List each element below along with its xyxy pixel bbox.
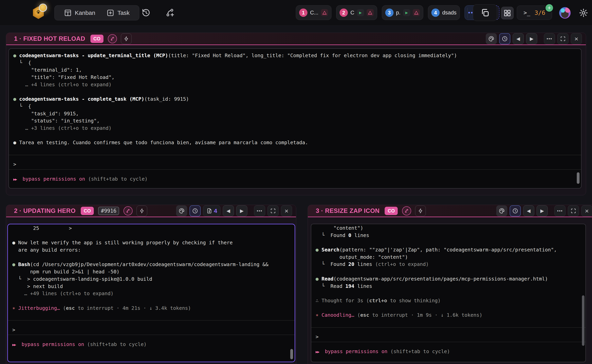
- terminal-line: 25 >: [12, 225, 290, 232]
- terminal-tab-2[interactable]: 2C▶: [336, 5, 377, 20]
- nav-forward-button[interactable]: ▶: [236, 205, 247, 216]
- quick-actions-button[interactable]: [137, 206, 147, 216]
- history-clock-button[interactable]: [499, 33, 510, 44]
- palette-icon: [499, 208, 505, 214]
- terminal-3-screen[interactable]: "content") └ Found 0 lines ● Search(patt…: [311, 224, 586, 362]
- quick-actions-button[interactable]: [415, 206, 426, 216]
- project-badge: CO: [91, 35, 104, 43]
- terminal-line: ● Now let me verify the app is still wor…: [12, 239, 290, 247]
- add-terminal-button[interactable]: +: [545, 3, 554, 13]
- terminal-tab-3[interactable]: 3p.▶: [382, 5, 423, 20]
- theme-palette-button[interactable]: [176, 205, 187, 216]
- new-branch-button[interactable]: [165, 7, 176, 18]
- terminal-line: … +4 lines (ctrl+o to expand): [13, 81, 577, 88]
- terminal-line: ● codeagentswarm-tasks - update_terminal…: [13, 52, 577, 59]
- terminal-tab-1[interactable]: 1C...: [296, 5, 332, 20]
- terminal-line: └ Found 20 lines (ctrl+o to expand): [316, 261, 581, 268]
- close-panel-button[interactable]: ×: [571, 33, 582, 44]
- branch-button[interactable]: [124, 206, 133, 215]
- nav-forward-button[interactable]: ▶: [526, 33, 537, 44]
- maximize-button[interactable]: [557, 33, 568, 44]
- tab-label: C...: [310, 10, 318, 16]
- scrollbar-thumb[interactable]: [577, 172, 579, 184]
- terminal-line: ▶▶ bypass permissions on (shift+tab to c…: [12, 341, 290, 348]
- terminal-line: > next build: [12, 283, 290, 290]
- terminal-line: [13, 88, 577, 96]
- terminal-line: ∗ Canoodling… (esc to interrupt · 1m 9s …: [316, 312, 581, 319]
- terminal-line: "terminal_id": 1,: [13, 66, 577, 74]
- terminal-line: output_mode: "content"): [316, 254, 581, 261]
- task-button[interactable]: Task: [102, 7, 134, 19]
- ellipsis-icon: •••: [546, 37, 552, 41]
- more-options-button[interactable]: •••: [554, 205, 566, 216]
- terminal-separator: [316, 326, 581, 333]
- close-panel-button[interactable]: ×: [581, 205, 592, 216]
- panel1-title: 1 · FIXED HOT RELOAD: [14, 35, 85, 42]
- terminal-separator: [12, 333, 290, 341]
- git-branch-icon: [126, 208, 130, 213]
- project-badge: CO: [81, 207, 94, 215]
- terminal-tab-4[interactable]: 4dsads: [428, 5, 460, 20]
- terminal-line: └ > codeagentswarm-landing-spike@1.0.0 b…: [12, 276, 290, 283]
- settings-button[interactable]: [578, 7, 589, 18]
- theme-palette-button[interactable]: [496, 205, 507, 216]
- more-options-button[interactable]: •••: [254, 205, 265, 216]
- close-panel-button[interactable]: ×: [281, 205, 292, 216]
- panel2-header: 2 · UPDATING HERO CO #9916 4 ◀ ▶ ••• ×: [6, 205, 296, 217]
- terminal-line: are any build errors:: [12, 247, 290, 254]
- tab-running-play-icon: ▶: [403, 9, 410, 16]
- history-button[interactable]: [141, 7, 152, 18]
- terminal-separator: [13, 168, 577, 176]
- back-icon: ◀: [516, 36, 520, 41]
- ellipsis-icon: •••: [257, 209, 262, 213]
- panel3-header: 3 · RESIZE ZAP ICON CO ◀ ▶ ••• ×: [308, 205, 592, 217]
- terminal-line: >: [13, 161, 577, 168]
- terminal-line: ● Search(pattern: ""zap"|'zap'|Zap", pat…: [316, 246, 581, 254]
- history-clock-button[interactable]: [189, 205, 201, 216]
- nav-forward-button[interactable]: ▶: [537, 205, 548, 216]
- tab-label: C: [351, 10, 354, 16]
- forward-icon: ▶: [530, 36, 533, 41]
- app-logo-bee-icon[interactable]: [31, 6, 46, 20]
- user-avatar[interactable]: [559, 7, 571, 19]
- task-id-badge: #9916: [98, 207, 119, 215]
- forward-icon: ▶: [240, 208, 244, 213]
- terminal-1-output: ● codeagentswarm-tasks - update_terminal…: [9, 49, 581, 188]
- panel3-title: 3 · RESIZE ZAP ICON: [316, 207, 379, 214]
- terminal-line: "content"): [316, 225, 581, 232]
- grid-icon: [504, 9, 511, 17]
- terminal-count-button[interactable]: >_ 3/6 +: [517, 6, 552, 20]
- grid-layout-button[interactable]: [501, 7, 514, 20]
- nav-back-button[interactable]: ◀: [513, 33, 524, 44]
- layout-cascade-button[interactable]: [473, 4, 497, 21]
- terminal-2-screen-focused[interactable]: 25 > ● Now let me verify the app is stil…: [7, 224, 295, 362]
- kanban-button[interactable]: Kanban: [60, 7, 99, 19]
- more-options-button[interactable]: •••: [544, 33, 555, 44]
- terminal-line: [316, 305, 581, 312]
- nav-back-button[interactable]: ◀: [223, 205, 234, 216]
- forward-icon: ▶: [540, 208, 544, 213]
- terminal-line: ● Tarea en testing. Cuando confirmes que…: [13, 139, 577, 146]
- scrollbar-thumb[interactable]: [290, 349, 293, 359]
- quick-actions-button[interactable]: [121, 33, 132, 44]
- terminal-line: … +3 lines (ctrl+o to expand): [13, 125, 577, 132]
- tab-label: p.: [396, 10, 401, 16]
- terminal-line: npm run build 2>&1 | head -50): [12, 268, 290, 276]
- branch-button[interactable]: [402, 206, 411, 215]
- terminal-1-screen[interactable]: ● codeagentswarm-tasks - update_terminal…: [8, 48, 581, 188]
- scrollbar-thumb[interactable]: [582, 295, 585, 346]
- view-switcher: Kanban Task: [54, 5, 139, 20]
- terminal-panel-3: 3 · RESIZE ZAP ICON CO ◀ ▶ ••• × "conten…: [308, 205, 592, 364]
- terminal-panel-1: 1 · FIXED HOT RELOAD CO ◀ ▶ ••• × ● code…: [6, 33, 586, 195]
- maximize-button[interactable]: [267, 205, 279, 216]
- nav-back-button[interactable]: ◀: [523, 205, 534, 216]
- changed-files-button[interactable]: 4: [203, 205, 221, 216]
- terminal-line: [316, 290, 581, 297]
- file-diff-icon: [206, 208, 212, 214]
- theme-palette-button[interactable]: [486, 33, 497, 44]
- terminal-line: └ {: [13, 59, 577, 67]
- maximize-button[interactable]: [568, 205, 579, 216]
- maximize-icon: [570, 208, 576, 214]
- history-clock-button[interactable]: [510, 205, 521, 216]
- branch-button[interactable]: [108, 34, 117, 43]
